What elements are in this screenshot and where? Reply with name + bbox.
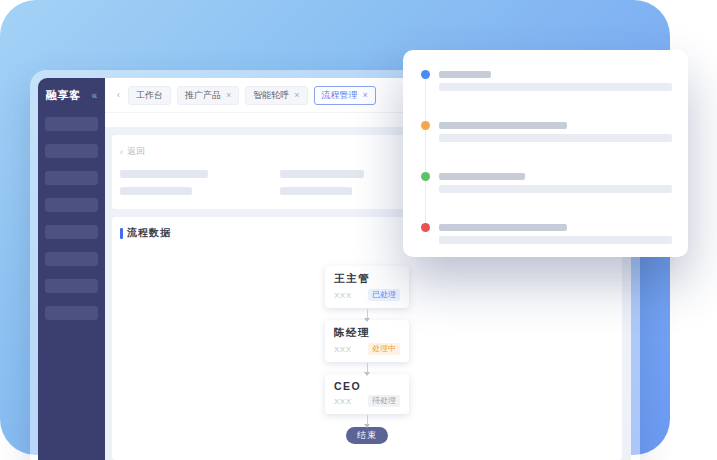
timeline-subtitle-bar xyxy=(439,185,672,193)
timeline-bars xyxy=(439,71,672,91)
section-accent-bar xyxy=(120,228,123,239)
tab-workbench[interactable]: 工作台 xyxy=(128,86,171,105)
sidebar-menu-placeholder[interactable] xyxy=(45,252,98,266)
tab-label: 推广产品 xyxy=(185,91,221,100)
placeholder-bar xyxy=(280,170,364,178)
flow-end-node: 结束 xyxy=(346,427,388,444)
sidebar-menu-placeholder[interactable] xyxy=(45,171,98,185)
node-subtitle: XXX xyxy=(334,397,352,406)
sidebar-menu-placeholder[interactable] xyxy=(45,198,98,212)
node-footer: XXX 待处理 xyxy=(334,395,400,407)
placeholder-bar xyxy=(120,187,192,195)
node-subtitle: XXX xyxy=(334,345,352,354)
node-subtitle: XXX xyxy=(334,291,352,300)
back-label: 返回 xyxy=(127,145,145,158)
tab-close-icon[interactable]: × xyxy=(363,91,368,100)
tab-label: 工作台 xyxy=(136,91,163,100)
flow-arrow-down-icon xyxy=(367,363,368,373)
flow-diagram: 王主管 XXX 已处理 陈经理 XXX xyxy=(120,266,614,444)
timeline xyxy=(403,50,688,257)
back-chevron-icon: ‹ xyxy=(120,147,123,157)
node-name: CEO xyxy=(334,380,400,392)
tab-smart-call[interactable]: 智能轮呼 × xyxy=(245,86,307,105)
status-badge: 已处理 xyxy=(368,289,400,301)
timeline-dot-green xyxy=(421,172,430,181)
timeline-subtitle-bar xyxy=(439,83,672,91)
tab-promote-products[interactable]: 推广产品 × xyxy=(177,86,239,105)
flow-node-supervisor: 王主管 XXX 已处理 xyxy=(325,266,409,308)
status-badge: 待处理 xyxy=(368,395,400,407)
tab-scroll-left-icon[interactable]: ‹ xyxy=(117,90,120,100)
tab-label: 流程管理 xyxy=(322,91,358,100)
placeholder-bar xyxy=(120,170,208,178)
timeline-subtitle-bar xyxy=(439,134,672,142)
timeline-title-bar xyxy=(439,122,567,129)
sidebar-menu-placeholder[interactable] xyxy=(45,279,98,293)
placeholder-bar xyxy=(280,187,352,195)
node-name: 陈经理 xyxy=(334,326,400,340)
timeline-bars xyxy=(439,224,672,244)
tab-close-icon[interactable]: × xyxy=(294,91,299,100)
section-label: 流程数据 xyxy=(127,226,171,240)
timeline-item xyxy=(421,71,672,122)
node-footer: XXX 已处理 xyxy=(334,289,400,301)
hero-canvas: 融享客 « ‹ 工作台 推广产品 xyxy=(0,0,717,460)
timeline-title-bar xyxy=(439,173,525,180)
sidebar-collapse-icon[interactable]: « xyxy=(91,91,97,101)
flow-arrow-down-icon xyxy=(367,415,368,425)
timeline-item xyxy=(421,173,672,224)
timeline-dot-blue xyxy=(421,70,430,79)
flow-arrow-down-icon xyxy=(367,309,368,319)
timeline-dot-orange xyxy=(421,121,430,130)
node-name: 王主管 xyxy=(334,272,400,286)
sidebar: 融享客 « xyxy=(38,78,105,460)
timeline-bars xyxy=(439,122,672,142)
back-link[interactable]: ‹ 返回 xyxy=(120,145,145,158)
sidebar-menu-placeholder[interactable] xyxy=(45,225,98,239)
tab-label: 智能轮呼 xyxy=(253,91,289,100)
sidebar-menu-placeholder[interactable] xyxy=(45,144,98,158)
timeline-title-bar xyxy=(439,224,567,231)
timeline-subtitle-bar xyxy=(439,236,672,244)
timeline-dot-red xyxy=(421,223,430,232)
timeline-item xyxy=(421,122,672,173)
timeline-bars xyxy=(439,173,672,193)
sidebar-header: 融享客 « xyxy=(46,88,97,103)
timeline-title-bar xyxy=(439,71,491,78)
tab-close-icon[interactable]: × xyxy=(226,91,231,100)
node-footer: XXX 处理中 xyxy=(334,343,400,355)
sidebar-menu-placeholder[interactable] xyxy=(45,117,98,131)
timeline-overlay-card xyxy=(403,50,688,257)
flow-node-ceo: CEO XXX 待处理 xyxy=(325,374,409,414)
flow-node-manager: 陈经理 XXX 处理中 xyxy=(325,320,409,362)
timeline-item xyxy=(421,224,672,275)
app-logo: 融享客 xyxy=(46,88,81,103)
sidebar-menu-placeholder[interactable] xyxy=(45,306,98,320)
status-badge: 处理中 xyxy=(368,343,400,355)
tab-process-management[interactable]: 流程管理 × xyxy=(314,86,376,105)
